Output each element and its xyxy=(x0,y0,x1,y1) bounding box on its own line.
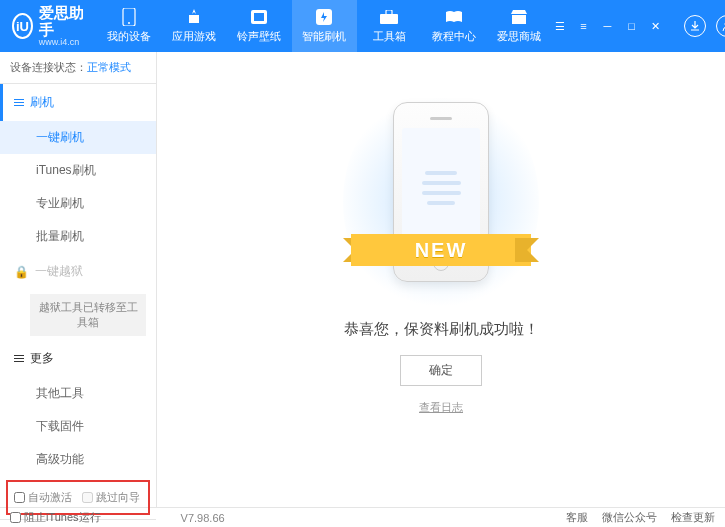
apps-icon xyxy=(185,8,203,26)
version-label: V7.98.66 xyxy=(181,512,225,524)
jailbreak-note: 越狱工具已转移至工具箱 xyxy=(30,294,146,336)
nav-label: 爱思商城 xyxy=(497,29,541,44)
window-controls: ☰ ≡ ─ □ ✕ xyxy=(552,15,725,37)
main-content: NEW 恭喜您，保资料刷机成功啦！ 确定 查看日志 xyxy=(157,52,725,507)
sidebar-flash-header[interactable]: 刷机 xyxy=(0,84,156,121)
sidebar-item-one-click-flash[interactable]: 一键刷机 xyxy=(0,121,156,154)
user-icon[interactable] xyxy=(716,15,725,37)
sidebar-item-batch-flash[interactable]: 批量刷机 xyxy=(0,220,156,253)
auto-activate-checkbox[interactable]: 自动激活 xyxy=(14,490,72,505)
title-bar: iU 爱思助手 www.i4.cn 我的设备 应用游戏 铃声壁纸 智能刷机 工具… xyxy=(0,0,725,52)
nav-my-device[interactable]: 我的设备 xyxy=(97,0,162,52)
sidebar: 设备连接状态：正常模式 刷机 一键刷机 iTunes刷机 专业刷机 批量刷机 🔒… xyxy=(0,52,157,507)
sidebar-header-label: 刷机 xyxy=(30,94,54,111)
banner-text: NEW xyxy=(351,234,531,266)
logo-icon: iU xyxy=(12,13,33,39)
status-mode: 正常模式 xyxy=(87,61,131,73)
toolbox-icon xyxy=(380,8,398,26)
sidebar-item-advanced[interactable]: 高级功能 xyxy=(0,443,156,476)
menu-icon[interactable]: ≡ xyxy=(576,18,592,34)
maximize-icon[interactable]: □ xyxy=(624,18,640,34)
success-message: 恭喜您，保资料刷机成功啦！ xyxy=(344,320,539,339)
footer-update-link[interactable]: 检查更新 xyxy=(671,510,715,525)
store-icon xyxy=(510,8,528,26)
flash-icon xyxy=(315,8,333,26)
sidebar-header-label: 更多 xyxy=(30,350,54,367)
media-icon xyxy=(250,8,268,26)
logo-area: iU 爱思助手 www.i4.cn xyxy=(0,5,97,47)
sidebar-item-other-tools[interactable]: 其他工具 xyxy=(0,377,156,410)
close-icon[interactable]: ✕ xyxy=(648,18,664,34)
status-label: 设备连接状态： xyxy=(10,61,87,73)
phone-icon xyxy=(120,8,138,26)
sidebar-item-download-firmware[interactable]: 下载固件 xyxy=(0,410,156,443)
nav-label: 应用游戏 xyxy=(172,29,216,44)
sidebar-item-itunes-flash[interactable]: iTunes刷机 xyxy=(0,154,156,187)
sidebar-more-header[interactable]: 更多 xyxy=(0,340,156,377)
minimize-icon[interactable]: ─ xyxy=(600,18,616,34)
nav-store[interactable]: 爱思商城 xyxy=(487,0,552,52)
lock-icon: 🔒 xyxy=(14,265,29,279)
nav-label: 我的设备 xyxy=(107,29,151,44)
sidebar-jailbreak-header: 🔒 一键越狱 xyxy=(0,253,156,290)
device-status: 设备连接状态：正常模式 xyxy=(0,52,156,84)
skip-guide-checkbox[interactable]: 跳过向导 xyxy=(82,490,140,505)
footer-wechat-link[interactable]: 微信公众号 xyxy=(602,510,657,525)
new-banner: NEW xyxy=(351,228,531,272)
footer-support-link[interactable]: 客服 xyxy=(566,510,588,525)
download-icon[interactable] xyxy=(684,15,706,37)
app-title: 爱思助手 xyxy=(39,5,85,38)
app-url: www.i4.cn xyxy=(39,38,85,47)
list-icon xyxy=(14,355,24,363)
view-log-link[interactable]: 查看日志 xyxy=(419,400,463,415)
checkbox-label: 跳过向导 xyxy=(96,490,140,505)
svg-rect-3 xyxy=(254,13,264,21)
book-icon xyxy=(445,8,463,26)
nav-ringtones[interactable]: 铃声壁纸 xyxy=(227,0,292,52)
nav-apps[interactable]: 应用游戏 xyxy=(162,0,227,52)
svg-point-1 xyxy=(128,22,130,24)
nav-label: 铃声壁纸 xyxy=(237,29,281,44)
sidebar-item-pro-flash[interactable]: 专业刷机 xyxy=(0,187,156,220)
checkbox-label: 阻止iTunes运行 xyxy=(24,510,101,525)
list-icon xyxy=(14,99,24,107)
skin-icon[interactable]: ☰ xyxy=(552,18,568,34)
nav-label: 教程中心 xyxy=(432,29,476,44)
nav-label: 工具箱 xyxy=(373,29,406,44)
nav-tutorials[interactable]: 教程中心 xyxy=(422,0,487,52)
nav-label: 智能刷机 xyxy=(302,29,346,44)
nav-tabs: 我的设备 应用游戏 铃声壁纸 智能刷机 工具箱 教程中心 爱思商城 xyxy=(97,0,552,52)
ok-button[interactable]: 确定 xyxy=(400,355,482,386)
checkbox-label: 自动激活 xyxy=(28,490,72,505)
nav-smart-flash[interactable]: 智能刷机 xyxy=(292,0,357,52)
success-illustration: NEW xyxy=(361,102,521,302)
sidebar-header-label: 一键越狱 xyxy=(35,263,83,280)
nav-toolbox[interactable]: 工具箱 xyxy=(357,0,422,52)
block-itunes-checkbox[interactable]: 阻止iTunes运行 xyxy=(10,510,101,525)
